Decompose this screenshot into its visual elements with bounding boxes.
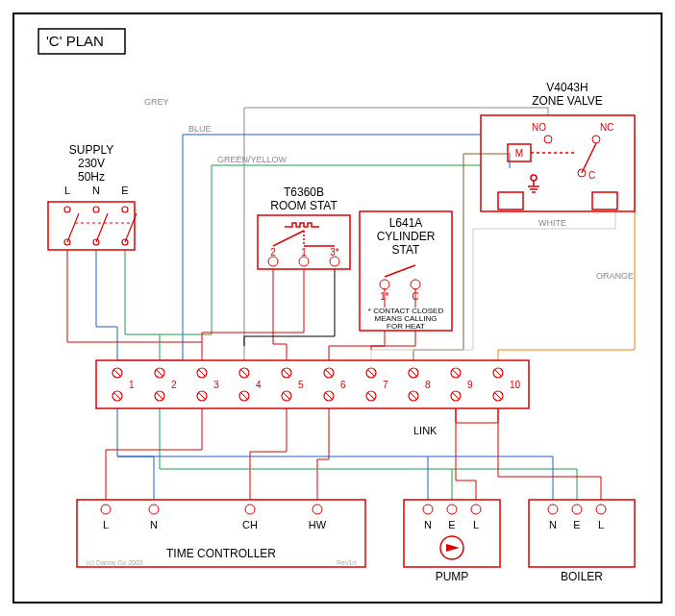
svg-text:TIME CONTROLLER: TIME CONTROLLER [166, 547, 276, 560]
svg-text:V4043H: V4043H [546, 81, 588, 94]
svg-text:BOILER: BOILER [561, 570, 603, 583]
svg-rect-65 [96, 360, 529, 408]
svg-text:N: N [92, 185, 100, 196]
wire-label-orange: ORANGE [596, 271, 634, 281]
svg-text:10: 10 [510, 380, 521, 390]
cylinder-stat: L641A CYLINDER STAT 1* C * CONTACT CLOSE… [360, 211, 452, 331]
svg-text:ROOM STAT: ROOM STAT [270, 199, 338, 212]
zone-valve: V4043H ZONE VALVE M NO NC C [481, 81, 635, 211]
svg-text:M: M [515, 148, 523, 159]
svg-text:2: 2 [171, 380, 177, 390]
svg-text:PUMP: PUMP [436, 570, 469, 583]
svg-text:N: N [150, 519, 158, 530]
svg-text:HW: HW [309, 519, 327, 530]
svg-point-13 [122, 207, 128, 212]
svg-text:FOR HEAT: FOR HEAT [387, 322, 425, 331]
svg-text:8: 8 [425, 380, 431, 390]
svg-text:1: 1 [301, 247, 307, 258]
svg-point-127 [423, 505, 433, 514]
svg-text:N: N [549, 519, 557, 530]
svg-text:1: 1 [129, 380, 135, 390]
svg-point-48 [544, 136, 552, 143]
svg-point-120 [312, 505, 322, 514]
svg-text:2: 2 [270, 247, 276, 258]
wire-label-white: WHITE [538, 218, 566, 228]
svg-text:E: E [121, 185, 128, 196]
svg-text:E: E [573, 519, 580, 530]
wire-label-grey: GREY [144, 97, 169, 107]
svg-text:STAT: STAT [392, 243, 421, 257]
svg-text:3*: 3* [330, 247, 339, 258]
svg-point-10 [93, 207, 99, 212]
supply: SUPPLY 230V 50Hz L N E [48, 143, 137, 250]
wire-label-greenyellow: GREEN/YELLOW [217, 155, 288, 164]
svg-text:7: 7 [383, 380, 388, 390]
svg-point-24 [299, 257, 309, 266]
svg-text:CH: CH [242, 519, 258, 530]
svg-text:T6360B: T6360B [284, 185, 324, 199]
svg-text:L: L [103, 519, 109, 530]
svg-text:E: E [448, 519, 455, 530]
svg-text:3: 3 [213, 380, 219, 390]
svg-text:5: 5 [298, 380, 304, 390]
revision: Rev1d [337, 559, 356, 566]
pump: N E L PUMP [404, 500, 500, 583]
svg-text:50Hz: 50Hz [78, 170, 105, 184]
svg-text:ZONE VALVE: ZONE VALVE [532, 94, 603, 108]
svg-point-56 [531, 175, 537, 181]
svg-point-23 [268, 257, 278, 266]
svg-point-137 [572, 505, 582, 514]
boiler: N E L BOILER [529, 500, 635, 583]
svg-point-119 [245, 505, 255, 514]
svg-text:230V: 230V [78, 157, 105, 170]
svg-point-49 [592, 136, 600, 143]
svg-text:N: N [424, 519, 432, 530]
svg-text:L: L [598, 519, 604, 530]
svg-point-117 [101, 505, 111, 514]
svg-point-129 [471, 505, 481, 514]
svg-point-35 [411, 280, 420, 289]
room-stat: T6360B ROOM STAT 2 1 3* [258, 185, 350, 269]
svg-text:CYLINDER: CYLINDER [377, 230, 436, 243]
svg-text:L641A: L641A [389, 216, 423, 230]
time-controller: L N CH HW TIME CONTROLLER (c) Danny Oz 2… [77, 500, 365, 567]
svg-text:4: 4 [256, 380, 262, 390]
svg-point-118 [149, 505, 159, 514]
svg-text:L: L [473, 519, 479, 530]
svg-point-128 [447, 505, 457, 514]
svg-text:C: C [588, 170, 595, 181]
svg-point-138 [596, 505, 606, 514]
svg-text:9: 9 [467, 380, 473, 390]
diagram-title: 'C' PLAN [46, 33, 104, 49]
junction-strip: 1 2 3 4 5 6 7 8 9 10 LINK [96, 360, 529, 436]
svg-text:NO: NO [532, 122, 546, 133]
svg-text:L: L [64, 185, 70, 196]
svg-point-25 [330, 257, 339, 266]
svg-text:NC: NC [600, 122, 613, 133]
svg-text:6: 6 [340, 380, 346, 390]
wire-label-blue: BLUE [188, 124, 212, 134]
svg-point-34 [380, 280, 389, 289]
svg-text:SUPPLY: SUPPLY [69, 143, 113, 157]
copyright: (c) Danny Oz 2003 [87, 559, 143, 567]
wiring-diagram: 'C' PLAN GREY BLUE GREEN/YELLOW BROWN WH… [0, 0, 675, 616]
link-label: LINK [413, 425, 438, 436]
svg-point-7 [64, 207, 70, 212]
svg-point-136 [548, 505, 558, 514]
